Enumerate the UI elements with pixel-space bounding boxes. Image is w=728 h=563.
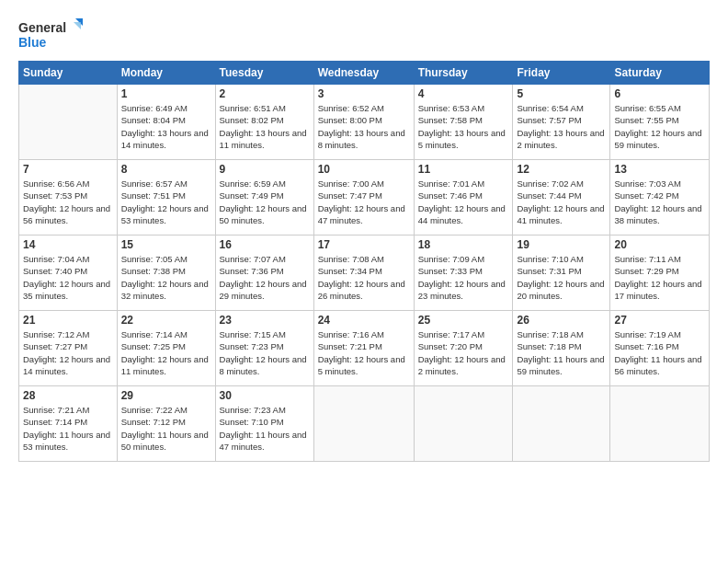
day-info: Sunrise: 7:18 AMSunset: 7:18 PMDaylight:… <box>517 328 606 377</box>
calendar-cell: 27Sunrise: 7:19 AMSunset: 7:16 PMDayligh… <box>610 311 710 386</box>
day-number: 12 <box>517 163 606 176</box>
day-number: 13 <box>614 163 705 176</box>
day-number: 6 <box>614 87 705 100</box>
calendar-cell: 12Sunrise: 7:02 AMSunset: 7:44 PMDayligh… <box>513 160 610 236</box>
calendar-week-3: 14Sunrise: 7:04 AMSunset: 7:40 PMDayligh… <box>19 236 710 311</box>
day-info: Sunrise: 7:02 AMSunset: 7:44 PMDaylight:… <box>517 178 606 226</box>
calendar-cell: 28Sunrise: 7:21 AMSunset: 7:14 PMDayligh… <box>19 386 118 462</box>
day-info: Sunrise: 6:55 AMSunset: 7:55 PMDaylight:… <box>614 102 705 151</box>
calendar-week-2: 7Sunrise: 6:56 AMSunset: 7:53 PMDaylight… <box>19 160 710 236</box>
calendar-cell: 15Sunrise: 7:05 AMSunset: 7:38 PMDayligh… <box>117 236 215 311</box>
day-number: 5 <box>517 87 606 100</box>
day-info: Sunrise: 6:52 AMSunset: 8:00 PMDaylight:… <box>318 102 410 151</box>
day-number: 25 <box>418 314 509 327</box>
day-number: 21 <box>23 314 113 327</box>
day-number: 9 <box>220 163 310 176</box>
calendar-cell <box>513 386 610 462</box>
day-info: Sunrise: 7:04 AMSunset: 7:40 PMDaylight:… <box>23 253 113 302</box>
calendar-header-row: SundayMondayTuesdayWednesdayThursdayFrid… <box>19 62 710 85</box>
calendar-week-5: 28Sunrise: 7:21 AMSunset: 7:14 PMDayligh… <box>19 386 710 462</box>
calendar-cell: 16Sunrise: 7:07 AMSunset: 7:36 PMDayligh… <box>215 236 313 311</box>
calendar-cell: 11Sunrise: 7:01 AMSunset: 7:46 PMDayligh… <box>414 160 513 236</box>
day-info: Sunrise: 6:57 AMSunset: 7:51 PMDaylight:… <box>121 178 211 226</box>
col-header-thursday: Thursday <box>414 62 513 85</box>
day-number: 18 <box>418 238 509 251</box>
day-info: Sunrise: 7:14 AMSunset: 7:25 PMDaylight:… <box>121 328 211 377</box>
calendar-cell <box>610 386 710 462</box>
calendar-cell: 24Sunrise: 7:16 AMSunset: 7:21 PMDayligh… <box>313 311 414 386</box>
col-header-wednesday: Wednesday <box>313 62 414 85</box>
day-number: 20 <box>614 238 705 251</box>
day-number: 4 <box>418 87 509 100</box>
calendar-cell: 9Sunrise: 6:59 AMSunset: 7:49 PMDaylight… <box>215 160 313 236</box>
calendar-cell: 8Sunrise: 6:57 AMSunset: 7:51 PMDaylight… <box>117 160 215 236</box>
calendar-cell: 3Sunrise: 6:52 AMSunset: 8:00 PMDaylight… <box>313 85 414 160</box>
calendar-cell: 2Sunrise: 6:51 AMSunset: 8:02 PMDaylight… <box>215 85 313 160</box>
calendar-cell: 6Sunrise: 6:55 AMSunset: 7:55 PMDaylight… <box>610 85 710 160</box>
day-info: Sunrise: 6:56 AMSunset: 7:53 PMDaylight:… <box>23 178 113 226</box>
day-info: Sunrise: 7:09 AMSunset: 7:33 PMDaylight:… <box>418 253 509 302</box>
day-number: 3 <box>318 87 410 100</box>
day-info: Sunrise: 7:17 AMSunset: 7:20 PMDaylight:… <box>418 328 509 377</box>
day-info: Sunrise: 7:12 AMSunset: 7:27 PMDaylight:… <box>23 328 113 377</box>
svg-text:General: General <box>18 20 66 35</box>
col-header-monday: Monday <box>117 62 215 85</box>
day-info: Sunrise: 7:21 AMSunset: 7:14 PMDaylight:… <box>23 404 113 453</box>
calendar-cell: 23Sunrise: 7:15 AMSunset: 7:23 PMDayligh… <box>215 311 313 386</box>
calendar-cell: 17Sunrise: 7:08 AMSunset: 7:34 PMDayligh… <box>313 236 414 311</box>
day-info: Sunrise: 7:03 AMSunset: 7:42 PMDaylight:… <box>614 178 705 226</box>
calendar-cell: 13Sunrise: 7:03 AMSunset: 7:42 PMDayligh… <box>610 160 710 236</box>
day-info: Sunrise: 6:51 AMSunset: 8:02 PMDaylight:… <box>220 102 310 151</box>
svg-marker-3 <box>74 22 81 29</box>
day-info: Sunrise: 7:05 AMSunset: 7:38 PMDaylight:… <box>121 253 211 302</box>
day-info: Sunrise: 7:15 AMSunset: 7:23 PMDaylight:… <box>220 328 310 377</box>
day-info: Sunrise: 6:59 AMSunset: 7:49 PMDaylight:… <box>220 178 310 226</box>
col-header-saturday: Saturday <box>610 62 710 85</box>
calendar-cell: 21Sunrise: 7:12 AMSunset: 7:27 PMDayligh… <box>19 311 118 386</box>
day-number: 8 <box>121 163 211 176</box>
calendar-cell: 30Sunrise: 7:23 AMSunset: 7:10 PMDayligh… <box>215 386 313 462</box>
calendar-cell <box>414 386 513 462</box>
svg-text:Blue: Blue <box>18 35 47 50</box>
day-info: Sunrise: 6:53 AMSunset: 7:58 PMDaylight:… <box>418 102 509 151</box>
day-info: Sunrise: 7:19 AMSunset: 7:16 PMDaylight:… <box>614 328 705 377</box>
calendar-cell: 20Sunrise: 7:11 AMSunset: 7:29 PMDayligh… <box>610 236 710 311</box>
day-info: Sunrise: 7:10 AMSunset: 7:31 PMDaylight:… <box>517 253 606 302</box>
calendar-cell: 1Sunrise: 6:49 AMSunset: 8:04 PMDaylight… <box>117 85 215 160</box>
day-info: Sunrise: 7:11 AMSunset: 7:29 PMDaylight:… <box>614 253 705 302</box>
calendar-cell: 29Sunrise: 7:22 AMSunset: 7:12 PMDayligh… <box>117 386 215 462</box>
day-number: 14 <box>23 238 113 251</box>
day-number: 22 <box>121 314 211 327</box>
day-number: 7 <box>23 163 113 176</box>
calendar-cell: 26Sunrise: 7:18 AMSunset: 7:18 PMDayligh… <box>513 311 610 386</box>
day-number: 26 <box>517 314 606 327</box>
day-number: 1 <box>121 87 211 100</box>
calendar-cell: 22Sunrise: 7:14 AMSunset: 7:25 PMDayligh… <box>117 311 215 386</box>
day-number: 29 <box>121 389 211 402</box>
logo: General Blue <box>18 17 83 52</box>
col-header-sunday: Sunday <box>19 62 118 85</box>
day-number: 2 <box>220 87 310 100</box>
page: General Blue SundayMondayTuesdayWednesda… <box>0 0 728 563</box>
calendar-cell: 14Sunrise: 7:04 AMSunset: 7:40 PMDayligh… <box>19 236 118 311</box>
day-number: 11 <box>418 163 509 176</box>
calendar-cell: 10Sunrise: 7:00 AMSunset: 7:47 PMDayligh… <box>313 160 414 236</box>
day-number: 28 <box>23 389 113 402</box>
day-info: Sunrise: 7:08 AMSunset: 7:34 PMDaylight:… <box>318 253 410 302</box>
calendar-cell: 25Sunrise: 7:17 AMSunset: 7:20 PMDayligh… <box>414 311 513 386</box>
day-info: Sunrise: 7:07 AMSunset: 7:36 PMDaylight:… <box>220 253 310 302</box>
calendar-week-4: 21Sunrise: 7:12 AMSunset: 7:27 PMDayligh… <box>19 311 710 386</box>
day-info: Sunrise: 6:54 AMSunset: 7:57 PMDaylight:… <box>517 102 606 151</box>
day-number: 16 <box>220 238 310 251</box>
day-number: 30 <box>220 389 310 402</box>
day-number: 15 <box>121 238 211 251</box>
calendar-cell: 19Sunrise: 7:10 AMSunset: 7:31 PMDayligh… <box>513 236 610 311</box>
calendar-cell: 5Sunrise: 6:54 AMSunset: 7:57 PMDaylight… <box>513 85 610 160</box>
calendar-week-1: 1Sunrise: 6:49 AMSunset: 8:04 PMDaylight… <box>19 85 710 160</box>
calendar-cell: 18Sunrise: 7:09 AMSunset: 7:33 PMDayligh… <box>414 236 513 311</box>
day-number: 27 <box>614 314 705 327</box>
day-number: 17 <box>318 238 410 251</box>
day-number: 19 <box>517 238 606 251</box>
day-info: Sunrise: 6:49 AMSunset: 8:04 PMDaylight:… <box>121 102 211 151</box>
col-header-tuesday: Tuesday <box>215 62 313 85</box>
